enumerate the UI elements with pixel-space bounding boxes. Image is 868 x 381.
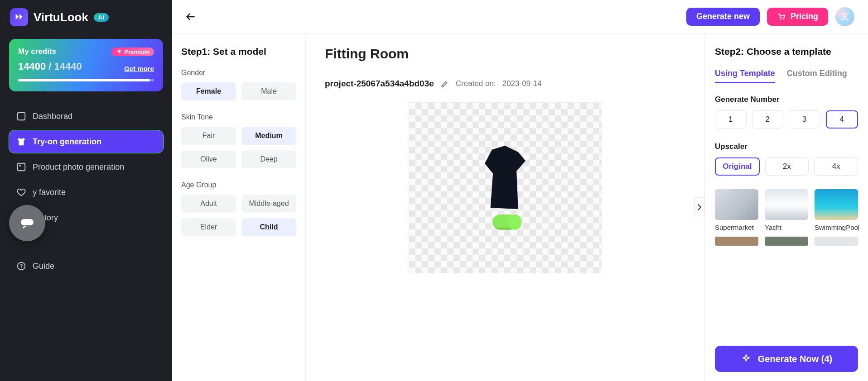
- upscaler-4x[interactable]: 4x: [814, 157, 858, 176]
- sparkle-icon: [741, 353, 752, 364]
- brand-block: VirtuLook AI: [9, 8, 163, 26]
- generate-now-button[interactable]: Generate Now (4): [715, 346, 858, 372]
- generate-new-button[interactable]: Generate new: [686, 8, 760, 26]
- age-options: Adult Middle-aged Elder Child: [181, 195, 296, 236]
- ai-badge: AI: [94, 13, 109, 22]
- gen-number-1[interactable]: 1: [715, 110, 747, 129]
- credits-label: My credits: [18, 47, 56, 56]
- tab-custom-editing[interactable]: Custom Editing: [787, 69, 847, 83]
- template-swimmingpool[interactable]: SwimmingPool: [815, 189, 858, 231]
- credits-current: 14400: [18, 61, 46, 72]
- content: Step1: Set a model Gender Female Male Sk…: [172, 33, 868, 381]
- pencil-icon[interactable]: [440, 79, 449, 88]
- skin-medium[interactable]: Medium: [241, 127, 296, 145]
- sidebar-item-guide[interactable]: ? Guide: [9, 255, 163, 277]
- product-icon: [16, 162, 26, 172]
- age-middle[interactable]: Middle-aged: [241, 195, 296, 213]
- skin-options: Fair Medium Olive Deep: [181, 127, 296, 168]
- avatar[interactable]: [835, 7, 854, 26]
- carousel-next-button[interactable]: [694, 197, 705, 217]
- svg-point-8: [783, 19, 785, 20]
- button-label: Generate Now (4): [758, 354, 832, 364]
- sidebar-item-dashboard[interactable]: Dashborad: [9, 105, 163, 128]
- template-thumb-partial[interactable]: [765, 237, 808, 246]
- sidebar-item-favorite[interactable]: y favorite: [9, 181, 163, 204]
- heart-icon: [16, 187, 26, 197]
- template-supermarket[interactable]: Supermarket: [715, 189, 758, 231]
- template-grid: Supermarket Yacht SwimmingPool: [715, 189, 858, 231]
- upscaler-label: Upscaler: [715, 142, 858, 151]
- get-more-link[interactable]: Get more: [124, 65, 154, 72]
- template-thumb: [715, 189, 758, 220]
- svg-rect-0: [18, 113, 25, 120]
- tab-using-template[interactable]: Using Template: [715, 69, 775, 83]
- gender-male[interactable]: Male: [241, 82, 296, 100]
- tshirt-icon: [16, 137, 26, 147]
- premium-badge: Premium: [111, 48, 154, 56]
- template-thumb-partial[interactable]: [815, 237, 858, 246]
- skin-label: Skin Tone: [181, 113, 296, 121]
- template-thumb: [815, 189, 858, 220]
- svg-point-2: [19, 165, 21, 167]
- generate-number-label: Generate Number: [715, 95, 858, 104]
- upscaler-original[interactable]: Original: [715, 157, 760, 176]
- help-icon: ?: [16, 261, 26, 271]
- chevron-right-icon: [697, 204, 702, 210]
- premium-text: Premium: [124, 48, 149, 55]
- back-button[interactable]: [182, 9, 198, 25]
- sidebar-item-label: Product photo generation: [33, 162, 124, 172]
- user-icon: [840, 12, 850, 22]
- gen-number-3[interactable]: 3: [789, 110, 820, 129]
- template-label: Yacht: [765, 224, 808, 231]
- cart-icon: [777, 12, 786, 21]
- gender-label: Gender: [181, 69, 296, 77]
- dress-graphic: [485, 146, 526, 209]
- template-row-partial: [715, 237, 858, 246]
- svg-point-7: [780, 19, 781, 20]
- sidebar-item-label: Guide: [33, 262, 54, 271]
- age-label: Age Group: [181, 181, 296, 189]
- fitting-room-panel: Fitting Room project-25067a534a4bd03e Cr…: [306, 33, 705, 381]
- credits-value: 14400 / 14440: [18, 61, 82, 72]
- credits-progress-fill: [18, 79, 150, 81]
- template-thumb: [765, 189, 808, 220]
- gen-number-2[interactable]: 2: [752, 110, 784, 129]
- gender-female[interactable]: Female: [181, 82, 236, 100]
- step1-title: Step1: Set a model: [181, 46, 296, 57]
- step1-panel: Step1: Set a model Gender Female Male Sk…: [172, 33, 306, 381]
- chat-button[interactable]: [9, 205, 45, 241]
- gen-number-4[interactable]: 4: [826, 110, 858, 129]
- fitting-room-title: Fitting Room: [325, 46, 685, 62]
- age-elder[interactable]: Elder: [181, 218, 236, 236]
- credits-total: 14440: [54, 61, 82, 72]
- credits-card: My credits Premium 14400 / 14440 Get mor…: [9, 39, 163, 91]
- brand-logo-icon: [10, 8, 28, 26]
- skin-fair[interactable]: Fair: [181, 127, 236, 145]
- garment-canvas[interactable]: [409, 102, 602, 273]
- nav: Dashborad Try-on generation Product phot…: [9, 105, 163, 277]
- age-adult[interactable]: Adult: [181, 195, 236, 213]
- created-on-date: 2023-09-14: [502, 79, 542, 88]
- button-label: Generate new: [696, 12, 750, 21]
- sidebar-item-label: Dashborad: [33, 112, 72, 121]
- nav-separator: [9, 242, 163, 242]
- pricing-button[interactable]: Pricing: [767, 8, 828, 26]
- svg-rect-1: [18, 163, 25, 171]
- skin-olive[interactable]: Olive: [181, 150, 236, 168]
- step2-panel: Step2: Choose a template Using Template …: [705, 33, 868, 381]
- upscaler-options: Original 2x 4x: [715, 157, 858, 176]
- skin-deep[interactable]: Deep: [241, 150, 296, 168]
- step2-title: Step2: Choose a template: [715, 46, 858, 57]
- template-label: SwimmingPool: [815, 224, 858, 231]
- age-child[interactable]: Child: [241, 218, 296, 236]
- arrow-left-icon: [184, 11, 196, 23]
- svg-point-9: [843, 13, 846, 16]
- template-yacht[interactable]: Yacht: [765, 189, 808, 231]
- credits-sep: /: [46, 61, 54, 72]
- button-label: Pricing: [791, 12, 818, 21]
- template-thumb-partial[interactable]: [715, 237, 758, 246]
- upscaler-2x[interactable]: 2x: [765, 157, 809, 176]
- arm-float-graphic: [492, 214, 518, 230]
- sidebar-item-product[interactable]: Product photo generation: [9, 156, 163, 178]
- sidebar-item-tryon[interactable]: Try-on generation: [9, 130, 163, 153]
